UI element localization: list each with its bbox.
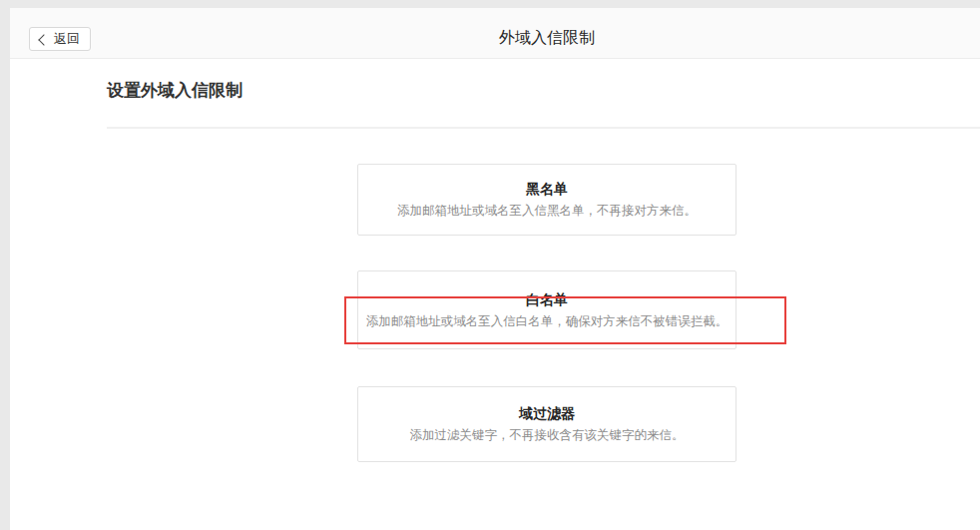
card-title: 黑名单 (526, 181, 568, 197)
card-description: 添加邮箱地址或域名至入信黑名单，不再接对方来信。 (397, 203, 697, 219)
option-card-whitelist[interactable]: 白名单 添加邮箱地址或域名至入信白名单，确保对方来信不被错误拦截。 (357, 270, 736, 349)
card-title: 域过滤器 (519, 405, 575, 421)
section-divider (107, 127, 980, 129)
main-panel: 返回 外域入信限制 设置外域入信限制 黑名单 添加邮箱地址或域名至入信黑名单，不… (10, 8, 980, 530)
card-description: 添加过滤关键字，不再接收含有该关键字的来信。 (410, 427, 685, 443)
screen: 返回 外域入信限制 设置外域入信限制 黑名单 添加邮箱地址或域名至入信黑名单，不… (0, 0, 980, 530)
option-card-domain-filter[interactable]: 域过滤器 添加过滤关键字，不再接收含有该关键字的来信。 (357, 386, 736, 462)
page-title: 外域入信限制 (10, 30, 980, 46)
option-card-blacklist[interactable]: 黑名单 添加邮箱地址或域名至入信黑名单，不再接对方来信。 (357, 164, 736, 236)
card-description: 添加邮箱地址或域名至入信白名单，确保对方来信不被错误拦截。 (366, 313, 729, 329)
card-title: 白名单 (526, 291, 568, 307)
section-heading: 设置外域入信限制 (107, 79, 243, 103)
page-header: 返回 外域入信限制 (10, 8, 980, 59)
